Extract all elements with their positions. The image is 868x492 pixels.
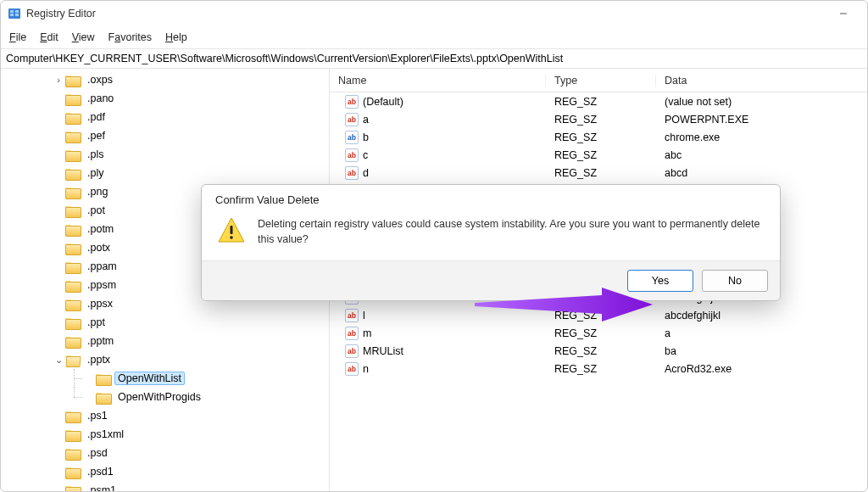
menu-view[interactable]: View (65, 28, 102, 47)
reg-string-icon: ab (343, 131, 360, 144)
tree-label: .pptm (84, 334, 117, 348)
value-name: c (363, 149, 368, 161)
svg-rect-7 (231, 226, 233, 234)
col-header-data[interactable]: Data (656, 75, 867, 87)
menu-file[interactable]: File (3, 28, 33, 47)
folder-icon (65, 167, 81, 180)
tree-item[interactable]: .pano (1, 89, 329, 108)
tree-label: .ppt (84, 316, 108, 329)
tree-item[interactable]: .psd (1, 444, 329, 462)
tree-item[interactable]: OpenWithList (1, 369, 329, 388)
table-row[interactable]: abcREG_SZabc (330, 146, 867, 164)
folder-icon (65, 316, 81, 329)
tree-label: .pls (84, 148, 107, 161)
folder-icon (65, 354, 81, 366)
value-type: REG_SZ (546, 96, 656, 108)
reg-string-icon: ab (343, 95, 360, 109)
folder-icon (96, 391, 111, 404)
value-data: abc (656, 149, 867, 161)
folder-icon (65, 484, 81, 492)
minimize-button[interactable] (826, 1, 860, 26)
tree-label: .ppsx (84, 297, 116, 310)
tree-label: OpenWithList (114, 372, 185, 385)
value-name: (Default) (363, 96, 403, 108)
value-type: REG_SZ (546, 327, 656, 339)
chevron-down-icon[interactable]: ⌄ (52, 355, 65, 366)
tree-label: .potx (84, 241, 114, 254)
folder-icon (65, 410, 81, 422)
tree-label: .potm (84, 222, 117, 236)
tree-label: .ps1 (84, 409, 111, 422)
tree-item[interactable]: OpenWithProgids (1, 388, 329, 406)
value-name: m (363, 327, 371, 339)
no-button[interactable]: No (702, 270, 768, 292)
value-name: b (363, 131, 369, 143)
tree-label: .pef (84, 129, 108, 143)
reg-string-icon: ab (343, 344, 360, 358)
svg-rect-3 (15, 10, 19, 13)
menu-edit[interactable]: Edit (33, 28, 65, 47)
table-row[interactable]: abmREG_SZa (330, 324, 867, 342)
tree-item[interactable]: .ps1xml (1, 425, 329, 444)
menu-help[interactable]: Help (159, 28, 194, 47)
menu-favorites[interactable]: Favorites (102, 28, 159, 47)
tree-label: .psd (84, 446, 111, 460)
tree-item[interactable]: ›.oxps (1, 70, 329, 89)
svg-rect-4 (15, 14, 19, 16)
value-type: REG_SZ (546, 149, 656, 161)
address-bar[interactable]: Computer\HKEY_CURRENT_USER\Software\Micr… (1, 48, 867, 69)
value-data: AcroRd32.exe (656, 363, 867, 375)
folder-icon (65, 428, 81, 441)
tree-label: .psm1 (84, 484, 120, 491)
value-type: REG_SZ (546, 167, 656, 179)
value-type: REG_SZ (546, 345, 656, 357)
tree-item[interactable]: .pdf (1, 108, 329, 126)
tree-item[interactable]: .ps1 (1, 406, 329, 425)
folder-icon (65, 186, 81, 198)
value-type: REG_SZ (546, 363, 656, 375)
tree-item[interactable]: .ppt (1, 313, 329, 332)
tree-item[interactable]: .pls (1, 145, 329, 164)
tree-label: .pptx (84, 353, 114, 366)
table-row[interactable]: abdREG_SZabcd (330, 164, 867, 182)
reg-string-icon: ab (343, 309, 360, 322)
folder-icon (65, 298, 81, 310)
tree-item[interactable]: .pef (1, 126, 329, 145)
reg-string-icon: ab (343, 148, 360, 162)
tree-item[interactable]: .psm1 (1, 481, 329, 491)
reg-string-icon: ab (343, 166, 360, 180)
table-row[interactable]: ablREG_SZabcdefghijkl (330, 306, 867, 324)
chevron-right-icon[interactable]: › (52, 75, 65, 85)
col-header-name[interactable]: Name (330, 75, 546, 87)
tree-label: .pdf (84, 110, 108, 124)
tree-label: OpenWithProgids (114, 390, 204, 404)
tree-item[interactable]: ⌄.pptx (1, 350, 329, 369)
folder-icon (65, 111, 81, 124)
tree-item[interactable]: .ply (1, 164, 329, 182)
folder-icon (65, 223, 81, 236)
dialog-text: Deleting certain registry values could c… (258, 216, 765, 247)
tree-item[interactable]: .pptm (1, 332, 329, 350)
reg-string-icon: ab (343, 362, 360, 376)
value-name: d (363, 167, 369, 179)
folder-icon (65, 92, 81, 105)
tree-item[interactable]: .psd1 (1, 462, 329, 481)
table-row[interactable]: abMRUListREG_SZba (330, 342, 867, 360)
folder-icon (65, 204, 81, 217)
confirm-delete-dialog: Confirm Value Delete Deleting certain re… (201, 184, 781, 301)
table-row[interactable]: abaREG_SZPOWERPNT.EXE (330, 110, 867, 128)
yes-button[interactable]: Yes (627, 270, 693, 292)
list-header[interactable]: Name Type Data (330, 69, 867, 92)
table-row[interactable]: ab(Default)REG_SZ(value not set) (330, 92, 867, 110)
table-row[interactable]: abbREG_SZchrome.exe (330, 128, 867, 146)
dialog-title: Confirm Value Delete (202, 185, 780, 208)
warning-icon (217, 216, 246, 243)
titlebar[interactable]: Registry Editor (1, 1, 867, 26)
col-header-type[interactable]: Type (546, 75, 656, 87)
folder-icon (96, 372, 111, 385)
value-type: REG_SZ (546, 131, 656, 143)
tree-label: .png (84, 185, 111, 198)
value-data: abcd (656, 167, 867, 179)
value-type: REG_SZ (546, 310, 656, 321)
table-row[interactable]: abnREG_SZAcroRd32.exe (330, 360, 867, 377)
